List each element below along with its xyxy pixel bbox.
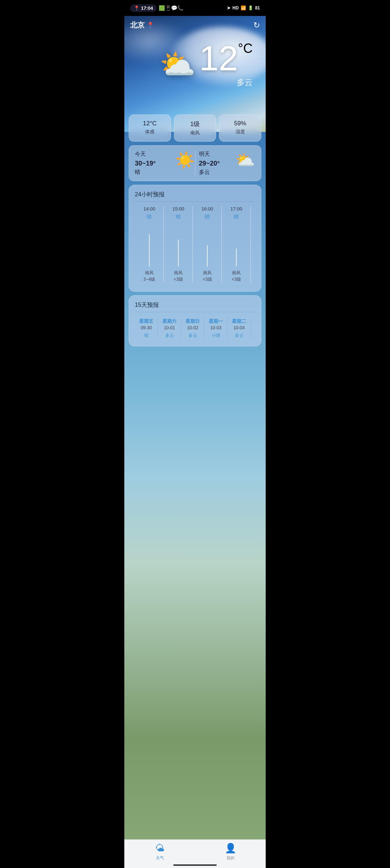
hour-bar-area <box>236 223 237 267</box>
city-name: 北京 📍 <box>130 20 154 30</box>
hour-bar <box>236 249 237 267</box>
status-icons-right: ➤ HD 📶 🔋 81 <box>227 5 260 11</box>
hour-bar <box>178 239 179 267</box>
today-icon: ☀️ <box>175 151 195 170</box>
tomorrow-icon: ⛅ <box>235 151 255 170</box>
info-section: 12°C 体感 1级 南风 59% 湿度 今天 ☀️ 30~19° 晴 明天 ⛅ <box>124 110 266 181</box>
hour-col: 15:00 晴 南风<3级 <box>164 206 193 283</box>
signal-label: HD <box>232 5 238 11</box>
hour-bar <box>149 234 150 267</box>
tab-mine-icon: 👤 <box>225 843 236 854</box>
forecast-condition: 多云 <box>188 333 197 339</box>
tomorrow-forecast: 明天 ⛅ 29~20° 多云 <box>199 151 256 176</box>
forecast-condition: 多云 <box>235 333 244 339</box>
today-forecast: 今天 ☀️ 30~19° 晴 <box>135 151 195 176</box>
status-left: 📍 17:04 🟩📱💬📞 <box>130 4 183 12</box>
tab-weather-label: 天气 <box>156 855 164 861</box>
forecast-date: 10-03 <box>210 325 221 330</box>
temperature-value: 12 <box>199 41 238 76</box>
hour-wind: 南风<3级 <box>203 270 212 283</box>
forecast-col: 星期二 10-04 多云 <box>228 317 251 340</box>
hour-time: 15:00 <box>173 206 184 212</box>
page: 📍 17:04 🟩📱💬📞 ➤ HD 📶 🔋 81 北京 📍 ↻ ⛅ <box>124 0 266 868</box>
hour-bar-area <box>149 223 150 267</box>
temperature-unit: °C <box>238 41 253 56</box>
forecast-col: 星期三 10-05 晴 <box>251 317 255 340</box>
wifi-icon: 📶 <box>241 5 246 11</box>
hour-condition: 晴 <box>234 214 239 220</box>
city-location-icon: 📍 <box>147 22 154 29</box>
hour-wind: 南风3~4级 <box>144 270 155 283</box>
hour-col: 14:00 晴 南风3~4级 <box>135 206 164 283</box>
hour-condition: 晴 <box>176 214 181 220</box>
hourly-scroll[interactable]: 14:00 晴 南风3~4级 15:00 晴 南风<3级 16:00 晴 南风<… <box>135 206 255 285</box>
forecast-dow: 星期二 <box>232 318 246 325</box>
status-time: 17:04 <box>141 5 153 11</box>
hour-col: 16:00 晴 南风<3级 <box>193 206 222 283</box>
hour-time: 17:00 <box>231 206 242 212</box>
forecast-dow: 星期五 <box>139 318 153 325</box>
humidity-value: 59% <box>222 120 258 127</box>
forecast-date: 10-01 <box>164 325 175 330</box>
city-label: 北京 <box>130 20 145 30</box>
hour-col: 18:00 晴 南风<3级 <box>251 206 255 283</box>
refresh-button[interactable]: ↻ <box>253 21 260 30</box>
forecast15-scroll[interactable]: 星期五 09-30 晴 星期六 10-01 多云 星期日 10-02 多云 星期… <box>135 317 255 340</box>
tab-mine-label: 我的 <box>227 855 235 861</box>
tomorrow-condition: 多云 <box>199 169 256 176</box>
hour-condition: 晴 <box>205 214 210 220</box>
forecast-col: 星期日 10-02 多云 <box>181 317 204 340</box>
feels-like-value: 12°C <box>132 120 168 127</box>
hour-time: 16:00 <box>202 206 213 212</box>
header-row: 北京 📍 ↻ <box>130 20 260 30</box>
hour-col: 17:00 晴 南风<3级 <box>222 206 251 283</box>
today-tomorrow-card: 今天 ☀️ 30~19° 晴 明天 ⛅ 29~20° 多云 <box>129 145 261 181</box>
tab-weather[interactable]: 🌤 天气 <box>124 843 195 861</box>
status-pill: 📍 17:04 <box>130 4 157 12</box>
tab-mine[interactable]: 👤 我的 <box>195 843 266 861</box>
location-dot: 📍 <box>134 5 140 11</box>
hourly-forecast-title: 24小时预报 <box>135 191 255 202</box>
navigation-icon: ➤ <box>227 5 231 11</box>
hour-bar-area <box>207 223 208 267</box>
wind-label: 南风 <box>177 130 213 136</box>
temp-display: ⛅ 12 °C 多云 <box>130 30 260 88</box>
hour-time: 14:00 <box>144 206 155 212</box>
forecast-date: 09-30 <box>141 325 152 330</box>
hourly-inner: 14:00 晴 南风3~4级 15:00 晴 南风<3级 16:00 晴 南风<… <box>135 206 255 285</box>
today-condition: 晴 <box>135 169 191 176</box>
forecast-dow: 星期一 <box>209 318 223 325</box>
hour-condition: 晴 <box>147 214 152 220</box>
main-weather-icon: ⛅ <box>159 47 196 82</box>
tab-bar: 🌤 天气 👤 我的 <box>124 839 266 868</box>
feels-like-label: 体感 <box>132 129 168 135</box>
hourly-forecast-card: 24小时预报 14:00 晴 南风3~4级 15:00 晴 南风<3级 16:0… <box>129 185 261 292</box>
forecast-condition: 小雨 <box>212 333 220 339</box>
info-cards: 12°C 体感 1级 南风 59% 湿度 <box>129 114 261 142</box>
forecast15-inner: 星期五 09-30 晴 星期六 10-01 多云 星期日 10-02 多云 星期… <box>135 317 255 340</box>
humidity-label: 湿度 <box>222 129 258 135</box>
forecast-condition: 晴 <box>144 333 149 339</box>
forecast-dow: 星期日 <box>186 318 200 325</box>
hour-bar-area <box>178 223 179 267</box>
forecast15-title: 15天预报 <box>135 301 255 312</box>
info-card-wind: 1级 南风 <box>174 114 216 142</box>
hour-bar <box>207 245 208 267</box>
info-card-humidity: 59% 湿度 <box>219 114 261 142</box>
forecast-dow: 星期六 <box>162 318 177 325</box>
status-icons-left: 🟩📱💬📞 <box>159 5 183 11</box>
forecast15-card: 15天预报 星期五 09-30 晴 星期六 10-01 多云 星期日 10-02… <box>129 295 261 346</box>
hour-wind: 南风<3级 <box>174 270 183 283</box>
hour-wind: 南风<3级 <box>232 270 241 283</box>
battery-icon: 🔋 <box>248 5 253 11</box>
forecast-condition: 多云 <box>165 333 174 339</box>
weather-description: 多云 <box>199 77 253 88</box>
forecast-col: 星期一 10-03 小雨 <box>204 317 228 340</box>
tab-weather-icon: 🌤 <box>155 843 165 854</box>
forecast-date: 10-02 <box>187 325 198 330</box>
forecast-col: 星期六 10-01 多云 <box>158 317 181 340</box>
forecast-date: 10-04 <box>233 325 245 330</box>
temp-right: 12 °C 多云 <box>199 41 253 88</box>
wind-value: 1级 <box>177 120 213 128</box>
battery-level: 81 <box>255 5 260 11</box>
